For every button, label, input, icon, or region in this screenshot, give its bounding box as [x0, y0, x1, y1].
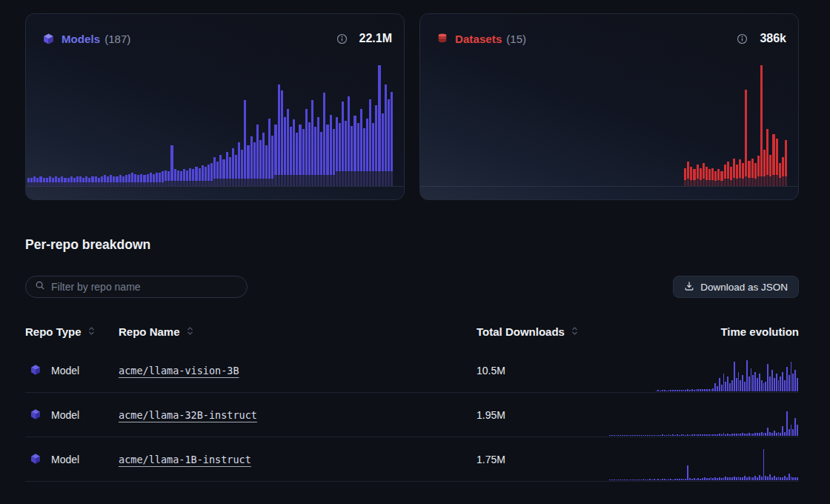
- models-chart-area: [26, 65, 404, 187]
- repo-type-label: Model: [51, 409, 79, 421]
- column-label: Total Downloads: [477, 325, 565, 338]
- time-evolution-sparkline: [609, 359, 799, 391]
- datasets-card-count: (15): [506, 33, 526, 45]
- downloads-dashboard: Models (187) 22.1M: [0, 0, 830, 482]
- sort-icon: [187, 325, 193, 338]
- time-evolution-sparkline: [609, 448, 799, 480]
- repo-name-cell: acme/llama-1B-instruct: [119, 453, 477, 466]
- repo-type-cell: Model: [25, 453, 119, 467]
- table-row: Model acme/llama-vision-3B 10.5M: [25, 348, 799, 393]
- repo-type-cell: Model: [25, 364, 119, 378]
- repo-name-link[interactable]: acme/llama-32B-instruct: [119, 409, 257, 421]
- table-header: Repo Type Repo Name Total Downloads Time…: [25, 322, 799, 342]
- datasets-card-header: Datasets (15) 386k: [420, 14, 798, 45]
- cube-icon: [30, 364, 42, 378]
- table-toolbar: Download as JSON: [25, 276, 799, 298]
- info-icon[interactable]: [737, 33, 748, 44]
- models-total-downloads: 22.1M: [359, 32, 392, 45]
- datasets-total-downloads: 386k: [760, 32, 786, 45]
- models-card-header: Models (187) 22.1M: [26, 14, 404, 45]
- time-evolution-cell: [609, 348, 799, 393]
- repo-name-link[interactable]: acme/llama-1B-instruct: [119, 454, 251, 465]
- download-icon: [684, 281, 694, 294]
- stat-cards-row: Models (187) 22.1M: [25, 13, 799, 200]
- datasets-card-title: Datasets: [455, 33, 502, 45]
- repo-type-label: Model: [51, 454, 79, 465]
- repo-name-link[interactable]: acme/llama-vision-3B: [119, 365, 239, 377]
- time-evolution-sparkline: [609, 403, 799, 436]
- column-header-total-downloads[interactable]: Total Downloads: [477, 325, 609, 338]
- datasets-card-total-group: 386k: [737, 32, 786, 45]
- sort-icon: [88, 325, 95, 338]
- repo-table-body: Model acme/llama-vision-3B 10.5M Mode: [25, 348, 799, 482]
- column-label: Repo Type: [25, 325, 82, 338]
- cube-icon: [30, 453, 42, 467]
- column-header-repo-type[interactable]: Repo Type: [25, 325, 119, 338]
- repo-type-label: Model: [51, 365, 79, 377]
- time-evolution-cell: [609, 437, 799, 482]
- repo-name-cell: acme/llama-vision-3B: [119, 364, 477, 377]
- total-downloads-cell: 10.5M: [477, 365, 609, 377]
- datasets-card: Datasets (15) 386k: [419, 13, 799, 200]
- models-card: Models (187) 22.1M: [25, 13, 405, 200]
- search-icon: [35, 280, 45, 294]
- models-card-count: (187): [104, 33, 130, 45]
- models-card-title: Models: [62, 33, 100, 45]
- repo-name-cell: acme/llama-32B-instruct: [119, 408, 477, 422]
- time-evolution-cell: [609, 393, 799, 437]
- section-title: Per-repo breakdown: [25, 237, 799, 253]
- sort-icon: [571, 325, 578, 338]
- column-label: Time evolution: [720, 325, 799, 338]
- repo-filter-input[interactable]: [51, 281, 238, 293]
- database-icon: [436, 33, 448, 44]
- repo-type-cell: Model: [25, 408, 119, 422]
- download-json-button[interactable]: Download as JSON: [673, 276, 799, 298]
- column-header-time-evolution: Time evolution: [609, 325, 799, 338]
- total-downloads-cell: 1.75M: [477, 454, 609, 465]
- column-label: Repo Name: [119, 325, 180, 338]
- cube-icon: [42, 33, 55, 45]
- total-downloads-cell: 1.95M: [477, 409, 609, 421]
- download-json-label: Download as JSON: [700, 282, 788, 293]
- cube-icon: [30, 408, 42, 422]
- info-icon[interactable]: [336, 33, 348, 44]
- models-downloads-chart: [27, 65, 394, 186]
- column-header-repo-name[interactable]: Repo Name: [119, 325, 477, 338]
- table-row: Model acme/llama-32B-instruct 1.95M: [25, 393, 799, 437]
- table-row: Model acme/llama-1B-instruct 1.75M: [25, 437, 799, 482]
- models-card-total-group: 22.1M: [336, 32, 392, 45]
- datasets-downloads-chart: [422, 65, 788, 186]
- repo-filter-box[interactable]: [25, 276, 248, 298]
- datasets-chart-area: [420, 65, 798, 187]
